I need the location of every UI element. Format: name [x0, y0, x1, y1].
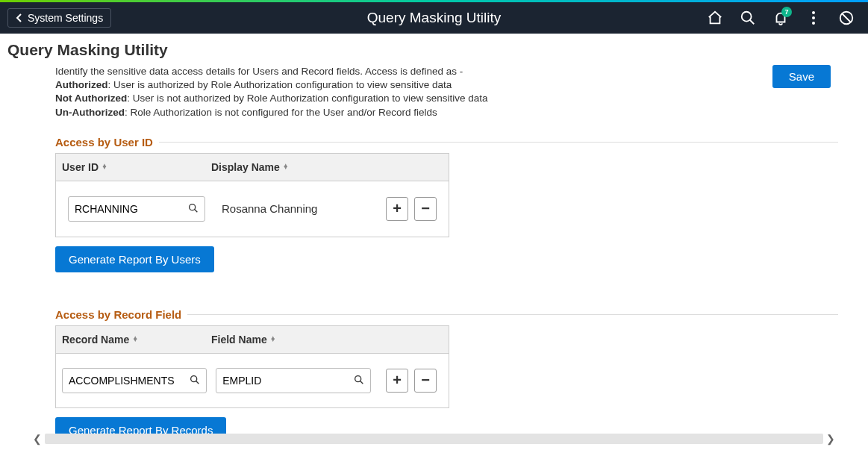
- add-row-button[interactable]: +: [386, 369, 408, 393]
- sort-icon: [270, 337, 276, 342]
- recordname-input[interactable]: [62, 368, 207, 393]
- table-row: Rosanna Channing + −: [56, 181, 449, 237]
- col-header-recordname[interactable]: Record Name: [56, 326, 205, 353]
- lookup-icon[interactable]: [187, 202, 201, 216]
- lookup-icon[interactable]: [189, 374, 202, 387]
- save-button[interactable]: Save: [772, 65, 831, 88]
- sort-icon: [132, 337, 138, 342]
- more-menu-icon[interactable]: [805, 10, 822, 26]
- back-label: System Settings: [28, 12, 103, 24]
- page-title: Query Masking Utility: [7, 41, 868, 59]
- fieldname-input[interactable]: [216, 368, 371, 393]
- scroll-track[interactable]: [45, 434, 823, 444]
- table-row: + −: [56, 354, 449, 407]
- accessibility-icon[interactable]: [838, 10, 855, 26]
- section-record-title: Access by Record Field: [55, 308, 838, 321]
- notification-badge: 7: [781, 7, 792, 17]
- back-button[interactable]: System Settings: [7, 8, 111, 28]
- grid-record: Record Name Field Name + −: [55, 325, 449, 408]
- scroll-left-icon[interactable]: ❮: [30, 432, 45, 446]
- intro-text: Identify the sensitive data access detai…: [55, 65, 488, 119]
- home-icon[interactable]: [707, 10, 723, 26]
- sort-icon: [102, 164, 107, 169]
- header-title: Query Masking Utility: [367, 10, 502, 26]
- recordname-lookup: [62, 368, 207, 393]
- displayname-cell: Rosanna Channing: [216, 195, 375, 222]
- lookup-icon[interactable]: [353, 374, 366, 387]
- main-content: Identify the sensitive data access detai…: [0, 65, 868, 443]
- section-userid-title: Access by User ID: [55, 136, 838, 149]
- svg-point-0: [742, 12, 752, 22]
- notifications-icon[interactable]: 7: [772, 10, 789, 26]
- col-header-userid[interactable]: User ID: [56, 154, 205, 181]
- col-header-fieldname[interactable]: Field Name: [205, 326, 369, 353]
- fieldname-lookup: [216, 368, 371, 393]
- header-icons: 7: [707, 10, 868, 26]
- remove-row-button[interactable]: −: [414, 197, 437, 221]
- horizontal-scrollbar[interactable]: ❮ ❯: [30, 432, 838, 446]
- search-icon[interactable]: [740, 10, 756, 26]
- app-header: System Settings Query Masking Utility 7: [0, 2, 868, 34]
- sort-icon: [283, 164, 289, 169]
- scroll-right-icon[interactable]: ❯: [823, 432, 838, 446]
- remove-row-button[interactable]: −: [414, 369, 437, 393]
- col-header-displayname[interactable]: Display Name: [205, 154, 449, 181]
- grid-userid: User ID Display Name Rosanna Channing + …: [55, 153, 449, 237]
- chevron-left-icon: [16, 13, 23, 23]
- userid-input[interactable]: [68, 196, 205, 222]
- generate-users-button[interactable]: Generate Report By Users: [55, 246, 214, 272]
- userid-lookup: [68, 196, 205, 222]
- add-row-button[interactable]: +: [386, 197, 408, 221]
